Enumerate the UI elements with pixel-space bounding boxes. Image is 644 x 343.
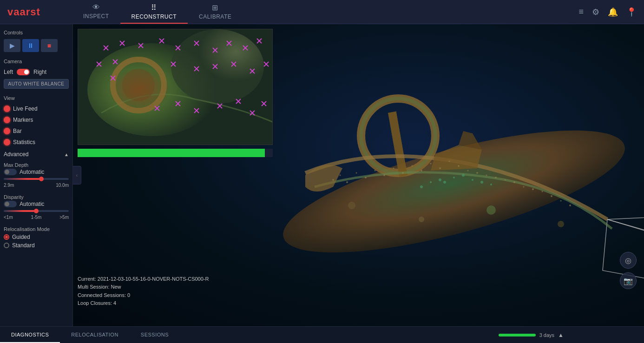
svg-point-19 xyxy=(402,172,404,174)
reloc-guided-label: Guided xyxy=(12,234,30,240)
disparity-auto-label: Automatic xyxy=(20,201,44,207)
awb-button[interactable]: AUTO WHITE BALANCE xyxy=(4,79,69,89)
disparity-section: Disparity Automatic <1m 1-5m >5m xyxy=(4,194,69,220)
shipwreck-model xyxy=(259,38,644,317)
svg-point-35 xyxy=(551,195,552,197)
svg-point-45 xyxy=(430,181,432,183)
advanced-header[interactable]: Advanced ▲ xyxy=(4,151,69,158)
info-line3: Connected Sessions: 0 xyxy=(78,291,209,300)
video-content xyxy=(78,29,272,145)
settings-icon[interactable]: ⚙ xyxy=(592,7,599,17)
svg-point-33 xyxy=(532,188,534,190)
camera-label: Camera xyxy=(4,59,69,64)
days-bar xyxy=(499,334,536,336)
svg-point-23 xyxy=(439,167,441,169)
svg-point-43 xyxy=(490,184,492,185)
reloc-guided-row[interactable]: Guided xyxy=(4,233,69,241)
svg-rect-3 xyxy=(388,112,407,177)
camera-icon-btn[interactable]: 📷 xyxy=(620,272,637,289)
camera-right-label: Right xyxy=(33,69,46,75)
nav-reconstruct-label: REcONsTRUcT xyxy=(131,13,177,20)
disparity-min: <1m xyxy=(4,215,13,220)
markers-led xyxy=(4,117,10,123)
nav-right: ≡ ⚙ 🔔 📍 xyxy=(578,7,644,17)
svg-point-15 xyxy=(365,177,367,178)
svg-point-46 xyxy=(439,178,441,181)
reloc-standard-label: Standard xyxy=(12,242,35,249)
nav-calibrate-label: CALIBRATE xyxy=(199,13,231,20)
view-bar: Bar xyxy=(4,127,69,135)
max-depth-slider[interactable] xyxy=(4,178,69,180)
reloc-standard-radio[interactable] xyxy=(4,243,9,248)
stop-button[interactable]: ■ xyxy=(41,39,58,52)
sidebar: Controls ▶ ⏸ ■ Camera Left Right AUTO WH… xyxy=(0,24,73,326)
camera-toggle[interactable] xyxy=(17,69,30,75)
svg-point-38 xyxy=(443,181,446,184)
video-overlay xyxy=(78,29,273,145)
reloc-standard-row[interactable]: Standard xyxy=(4,241,69,250)
svg-point-16 xyxy=(375,170,376,172)
info-line1: Current: 2021-12-03-10-55-16-0-NOVER-NOT… xyxy=(78,275,209,284)
svg-point-30 xyxy=(505,179,506,181)
disparity-label: Disparity xyxy=(4,194,69,200)
pause-button[interactable]: ⏸ xyxy=(22,39,39,52)
camera-toggle-row: Left Right xyxy=(4,69,69,75)
statistics-label: Statistics xyxy=(13,139,35,145)
svg-point-13 xyxy=(346,181,348,183)
statistics-led xyxy=(4,139,10,145)
tab-relocalisation[interactable]: RELOCALISATION xyxy=(60,327,130,343)
max-depth-min: 2.9m xyxy=(4,183,14,188)
controls-label: Controls xyxy=(4,30,69,35)
controls-row: ▶ ⏸ ■ xyxy=(4,39,69,52)
days-text: 3 days xyxy=(539,332,554,338)
live-feed-label: Live Feed xyxy=(13,106,38,112)
max-depth-max: 10.0m xyxy=(56,183,69,188)
play-button[interactable]: ▶ xyxy=(4,39,20,52)
svg-point-11 xyxy=(332,179,334,181)
view-controls-right: ◎ 📷 xyxy=(620,252,637,289)
svg-point-22 xyxy=(430,163,432,165)
info-overlay: Current: 2021-12-03-10-55-16-0-NOVER-NOT… xyxy=(78,275,209,308)
svg-point-49 xyxy=(171,29,264,104)
max-depth-auto-row: Automatic xyxy=(4,169,69,175)
advanced-chevron: ▲ xyxy=(64,152,69,157)
tab-diagnostics[interactable]: DIAGNOSTICS xyxy=(0,327,60,343)
svg-point-7 xyxy=(348,202,355,209)
reloc-label: Relocalisation Mode xyxy=(4,226,69,232)
svg-point-20 xyxy=(412,165,413,167)
disparity-slider[interactable] xyxy=(4,210,69,212)
tab-sessions[interactable]: SESSIONS xyxy=(130,327,180,343)
menu-icon[interactable]: ≡ xyxy=(578,7,584,17)
max-depth-toggle[interactable] xyxy=(4,169,17,175)
max-depth-auto-label: Automatic xyxy=(20,169,44,175)
reloc-guided-radio[interactable] xyxy=(4,234,9,240)
disparity-auto-row: Automatic xyxy=(4,201,69,207)
location-icon[interactable]: 📍 xyxy=(626,7,637,17)
target-icon-btn[interactable]: ◎ xyxy=(620,252,637,269)
bottom-chevron[interactable]: ▲ xyxy=(558,332,564,338)
svg-point-17 xyxy=(383,174,385,176)
svg-point-28 xyxy=(486,175,487,176)
view-live-feed: Live Feed xyxy=(4,105,69,113)
svg-point-8 xyxy=(419,217,424,222)
nav-reconstruct[interactable]: ⠿ REcONsTRUcT xyxy=(120,0,188,24)
live-feed-led xyxy=(4,106,10,112)
inspect-icon: 👁 xyxy=(92,3,100,12)
svg-point-10 xyxy=(558,221,564,227)
camera-left-label: Left xyxy=(4,69,13,75)
nav-calibrate[interactable]: ⊞ CALIBRATE xyxy=(188,0,243,24)
days-indicator: 3 days ▲ xyxy=(499,332,571,338)
nav-inspect[interactable]: 👁 INSPECT xyxy=(72,0,120,24)
svg-point-40 xyxy=(462,174,465,177)
svg-point-21 xyxy=(421,170,422,172)
reloc-section: Relocalisation Mode Guided Standard xyxy=(4,226,69,250)
notifications-icon[interactable]: 🔔 xyxy=(608,7,618,17)
disparity-mid: 1-5m xyxy=(31,215,42,220)
collapse-handle[interactable]: ‹ xyxy=(73,166,81,185)
advanced-label: Advanced xyxy=(4,151,28,158)
disparity-toggle[interactable] xyxy=(4,201,17,207)
disparity-range: <1m 1-5m >5m xyxy=(4,215,69,220)
svg-point-39 xyxy=(453,177,455,178)
info-line4: Loop Closures: 4 xyxy=(78,299,209,308)
main-area: Controls ▶ ⏸ ■ Camera Left Right AUTO WH… xyxy=(0,24,644,326)
